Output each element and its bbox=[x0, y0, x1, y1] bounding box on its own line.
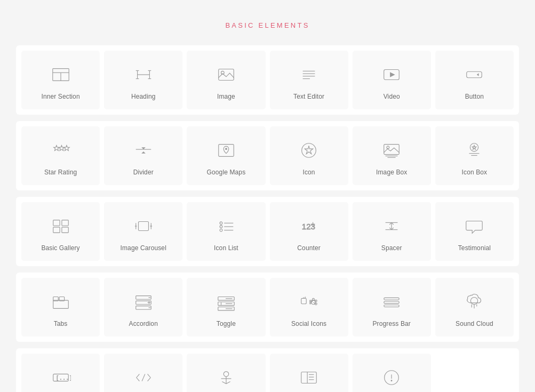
element-card-icon[interactable]: Icon bbox=[270, 126, 348, 185]
element-label-basic-gallery: Basic Gallery bbox=[41, 244, 79, 252]
svg-point-116 bbox=[391, 380, 393, 381]
element-label-video: Video bbox=[384, 93, 400, 100]
svg-rect-42 bbox=[138, 221, 148, 230]
svg-point-31 bbox=[387, 146, 389, 149]
svg-point-49 bbox=[220, 226, 222, 228]
svg-line-61 bbox=[389, 228, 392, 230]
button-icon bbox=[462, 63, 486, 86]
element-card-alert[interactable]: Alert bbox=[353, 354, 431, 392]
svg-marker-20 bbox=[53, 146, 59, 151]
element-label-tabs: Tabs bbox=[54, 320, 68, 327]
element-card-sidebar[interactable]: Sidebar bbox=[270, 354, 348, 392]
svg-rect-18 bbox=[467, 71, 482, 77]
sidebar-icon bbox=[297, 366, 321, 389]
image-box-icon bbox=[380, 139, 403, 162]
progress-bar-icon bbox=[380, 290, 403, 314]
heading-icon bbox=[132, 63, 155, 86]
svg-line-106 bbox=[222, 382, 226, 384]
svg-rect-10 bbox=[219, 69, 234, 81]
element-row: Inner SectionHeadingImageText EditorVide… bbox=[16, 45, 519, 115]
svg-point-47 bbox=[220, 222, 222, 225]
svg-line-101 bbox=[147, 374, 150, 378]
icon-box-icon bbox=[462, 139, 486, 162]
element-label-google-maps: Google Maps bbox=[207, 169, 246, 176]
svg-rect-38 bbox=[53, 220, 59, 226]
element-card-counter[interactable]: 123Counter bbox=[270, 202, 348, 261]
svg-line-102 bbox=[147, 378, 150, 381]
element-card-testimonial[interactable]: Testimonial bbox=[435, 202, 514, 261]
svg-rect-91 bbox=[384, 301, 400, 303]
svg-marker-22 bbox=[63, 146, 69, 151]
icon-list-icon bbox=[214, 214, 238, 238]
inner-section-icon bbox=[49, 63, 73, 86]
svg-marker-17 bbox=[390, 72, 395, 77]
svg-line-100 bbox=[136, 378, 139, 381]
element-card-spacer[interactable]: Spacer bbox=[353, 202, 431, 261]
element-label-spacer: Spacer bbox=[381, 244, 402, 252]
svg-rect-30 bbox=[384, 145, 400, 155]
svg-point-28 bbox=[302, 143, 316, 158]
element-card-image[interactable]: Image bbox=[187, 51, 265, 109]
page-title: BASIC ELEMENTS bbox=[16, 21, 519, 29]
sound-cloud-icon bbox=[462, 290, 486, 314]
svg-line-88 bbox=[314, 300, 316, 301]
element-card-video[interactable]: Video bbox=[353, 51, 431, 109]
element-card-google-maps[interactable]: Google Maps bbox=[187, 126, 265, 185]
element-card-inner-section[interactable]: Inner Section bbox=[21, 51, 100, 109]
element-card-basic-gallery[interactable]: Basic Gallery bbox=[21, 202, 100, 261]
element-label-image-box: Image Box bbox=[376, 169, 407, 176]
svg-point-51 bbox=[220, 229, 222, 231]
element-card-progress-bar[interactable]: Progress Bar bbox=[353, 278, 431, 337]
counter-icon: 123 bbox=[297, 214, 321, 238]
svg-marker-25 bbox=[141, 151, 146, 154]
element-card-icon-box[interactable]: Icon Box bbox=[435, 126, 514, 185]
google-maps-icon bbox=[214, 139, 238, 162]
element-card-image-carousel[interactable]: Image Carousel bbox=[104, 202, 182, 261]
element-card-star-rating[interactable]: Star Rating bbox=[21, 126, 100, 185]
element-label-divider: Divider bbox=[133, 169, 154, 176]
svg-point-27 bbox=[225, 148, 227, 150]
element-card-shortcode[interactable]: [...]Shortcode bbox=[21, 354, 100, 392]
element-row: Basic GalleryImage CarouselIcon List123C… bbox=[16, 197, 519, 266]
element-row: Star RatingDividerGoogle MapsIconImage B… bbox=[16, 121, 519, 190]
svg-rect-109 bbox=[301, 372, 317, 383]
svg-line-60 bbox=[392, 222, 394, 225]
svg-line-62 bbox=[392, 228, 394, 230]
element-card-button[interactable]: Button bbox=[435, 51, 514, 109]
svg-marker-35 bbox=[473, 146, 477, 150]
divider-icon bbox=[132, 139, 155, 162]
svg-text:123: 123 bbox=[302, 222, 315, 231]
text-editor-icon bbox=[297, 63, 321, 86]
svg-rect-92 bbox=[384, 305, 400, 307]
element-card-sound-cloud[interactable]: Sound Cloud bbox=[435, 278, 514, 337]
element-row: [...]ShortcodeHTMLMenu AnchorSidebarAler… bbox=[16, 348, 519, 392]
element-card-tabs[interactable]: Tabs bbox=[21, 278, 100, 337]
toggle-icon bbox=[214, 290, 238, 314]
element-card-social-icons[interactable]: Social Icons bbox=[270, 278, 348, 337]
element-card-text-editor[interactable]: Text Editor bbox=[270, 51, 348, 109]
element-card-heading[interactable]: Heading bbox=[104, 51, 182, 109]
testimonial-icon bbox=[462, 214, 486, 238]
element-label-heading: Heading bbox=[131, 93, 156, 100]
element-label-toggle: Toggle bbox=[217, 320, 236, 327]
element-label-inner-section: Inner Section bbox=[41, 93, 79, 100]
element-card-divider[interactable]: Divider bbox=[104, 126, 182, 185]
element-label-social-icons: Social Icons bbox=[291, 320, 326, 327]
element-label-sound-cloud: Sound Cloud bbox=[456, 320, 493, 327]
svg-rect-63 bbox=[53, 300, 68, 308]
element-label-counter: Counter bbox=[297, 244, 321, 252]
svg-marker-19 bbox=[477, 73, 479, 76]
element-card-accordion[interactable]: Accordion bbox=[104, 278, 182, 337]
element-card-toggle[interactable]: Toggle bbox=[187, 278, 265, 337]
tabs-icon bbox=[49, 290, 73, 314]
element-card-html[interactable]: HTML bbox=[104, 354, 182, 392]
alert-icon bbox=[380, 366, 403, 389]
menu-anchor-icon bbox=[214, 366, 238, 389]
element-card-image-box[interactable]: Image Box bbox=[353, 126, 431, 185]
svg-line-99 bbox=[136, 374, 139, 378]
element-card-icon-list[interactable]: Icon List bbox=[187, 202, 265, 261]
element-card-menu-anchor[interactable]: Menu Anchor bbox=[187, 354, 265, 392]
svg-point-104 bbox=[223, 372, 229, 377]
element-label-testimonial: Testimonial bbox=[458, 244, 491, 252]
element-label-icon-box: Icon Box bbox=[462, 169, 488, 176]
